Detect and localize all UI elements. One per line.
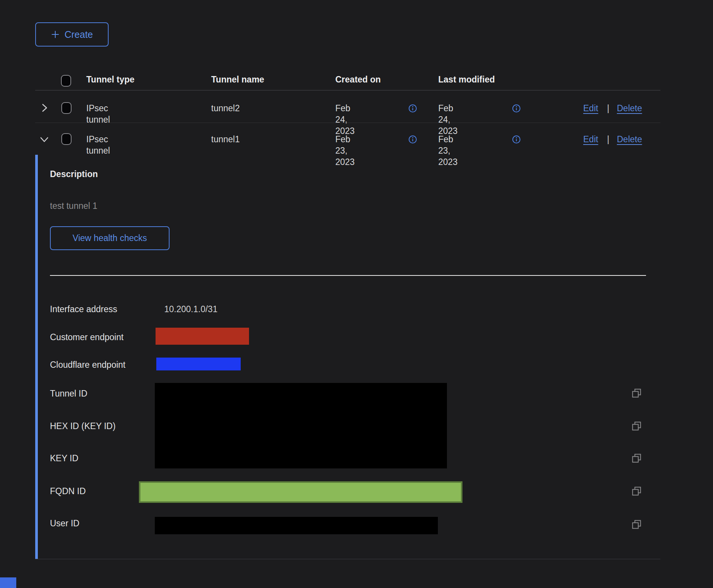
hex-id-label: HEX ID (KEY ID): [50, 421, 115, 431]
copy-icon: [631, 459, 642, 465]
column-header-created-on: Created on: [335, 74, 381, 85]
tunnel-name-cell: tunnel1: [211, 134, 240, 145]
column-header-last-modified: Last modified: [438, 74, 495, 85]
delete-link[interactable]: Delete: [617, 134, 642, 145]
last-modified-cell: Feb 24, 2023: [438, 103, 458, 137]
action-separator: |: [607, 134, 609, 145]
cloudflare-endpoint-redaction: [156, 358, 241, 370]
view-health-checks-button[interactable]: View health checks: [50, 226, 170, 250]
copy-hex-id-button[interactable]: [631, 421, 642, 431]
chevron-down-icon[interactable]: [39, 135, 49, 144]
copy-icon: [631, 394, 642, 400]
key-id-label: KEY ID: [50, 453, 78, 464]
description-label: Description: [50, 169, 98, 179]
cloudflare-endpoint-label: Cloudflare endpoint: [50, 359, 125, 370]
tunnel-id-label: Tunnel ID: [50, 388, 87, 399]
action-separator: |: [607, 103, 609, 114]
expanded-row-accent-bar: [35, 155, 38, 559]
tunnel-id-redaction: [155, 383, 447, 468]
created-on-cell: Feb 23, 2023: [335, 134, 355, 168]
customer-endpoint-label: Customer endpoint: [50, 332, 123, 342]
fqdn-id-label: FQDN ID: [50, 486, 86, 496]
interface-address-value: 10.200.1.0/31: [164, 304, 218, 314]
interface-address-label: Interface address: [50, 304, 117, 314]
header-divider: [35, 90, 660, 90]
view-health-checks-label: View health checks: [73, 233, 147, 243]
plus-icon: [51, 30, 60, 39]
copy-key-id-button[interactable]: [631, 453, 642, 464]
tunnel-type-cell: IPsec tunnel: [86, 103, 110, 125]
chevron-right-icon[interactable]: [40, 103, 49, 113]
fqdn-id-redaction: [139, 481, 462, 503]
row-checkbox[interactable]: [61, 102, 72, 114]
create-button-label: Create: [64, 29, 93, 40]
delete-link[interactable]: Delete: [617, 103, 642, 114]
row-divider: [35, 123, 660, 123]
select-all-checkbox[interactable]: [61, 75, 71, 87]
user-id-label: User ID: [50, 518, 79, 529]
created-on-cell: Feb 24, 2023: [335, 103, 355, 137]
tunnels-page: Create Tunnel type Tunnel name Created o…: [0, 0, 713, 588]
create-button[interactable]: Create: [35, 22, 109, 47]
description-value: test tunnel 1: [50, 201, 97, 211]
column-header-tunnel-name: Tunnel name: [211, 74, 264, 85]
copy-icon: [631, 492, 642, 498]
copy-fqdn-id-button[interactable]: [631, 486, 642, 496]
user-id-redaction: [155, 517, 438, 534]
info-icon[interactable]: [408, 135, 417, 144]
copy-icon: [631, 525, 642, 531]
copy-icon: [631, 427, 642, 432]
column-header-tunnel-type: Tunnel type: [86, 74, 134, 85]
bottom-left-accent: [0, 577, 16, 588]
row-checkbox[interactable]: [61, 133, 72, 145]
last-modified-cell: Feb 23, 2023: [438, 134, 458, 168]
info-icon[interactable]: [512, 104, 521, 113]
copy-user-id-button[interactable]: [631, 519, 642, 530]
section-divider: [50, 275, 646, 276]
expanded-row-bottom-divider: [35, 559, 660, 559]
edit-link[interactable]: Edit: [583, 103, 598, 114]
tunnel-type-cell: IPsec tunnel: [86, 134, 110, 156]
info-icon[interactable]: [408, 104, 417, 113]
customer-endpoint-redaction: [156, 328, 249, 345]
edit-link[interactable]: Edit: [583, 134, 598, 145]
copy-tunnel-id-button[interactable]: [631, 388, 642, 398]
tunnel-name-cell: tunnel2: [211, 103, 240, 114]
info-icon[interactable]: [512, 135, 521, 144]
